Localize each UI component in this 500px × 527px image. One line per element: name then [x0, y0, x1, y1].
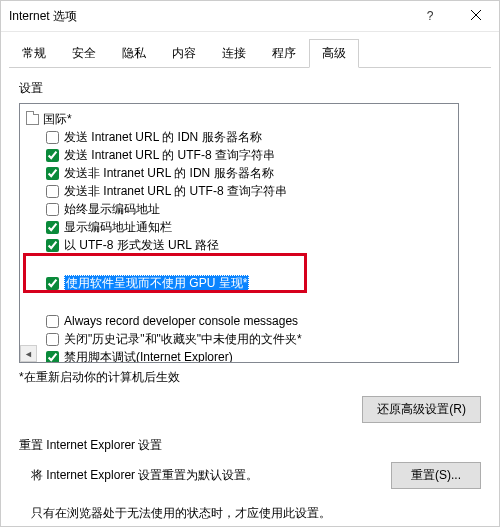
content-area: 设置 国际* 发送 Intranet URL 的 IDN 服务器名称 发送 In…: [1, 68, 499, 527]
option-utf8-intranet[interactable]: 发送 Intranet URL 的 UTF-8 查询字符串: [44, 146, 456, 164]
checkbox[interactable]: [46, 185, 59, 198]
window-title: Internet 选项: [9, 8, 407, 25]
checkbox[interactable]: [46, 315, 59, 328]
tab-programs[interactable]: 程序: [259, 39, 309, 68]
option-encoded-bar[interactable]: 显示编码地址通知栏: [44, 218, 456, 236]
scroll-left-button[interactable]: ◄: [20, 345, 37, 362]
tab-advanced[interactable]: 高级: [309, 39, 359, 68]
reset-desc: 将 Internet Explorer 设置重置为默认设置。: [19, 467, 381, 484]
option-label: 禁用脚本调试(Internet Explorer): [64, 349, 233, 364]
option-label: 以 UTF-8 形式发送 URL 路径: [64, 237, 219, 254]
tab-connections[interactable]: 连接: [209, 39, 259, 68]
option-label: 使用软件呈现而不使用 GPU 呈现*: [64, 275, 249, 292]
option-label: 显示编码地址通知栏: [64, 219, 172, 236]
help-button[interactable]: ?: [407, 1, 453, 31]
option-idn-noni[interactable]: 发送非 Intranet URL 的 IDN 服务器名称: [44, 164, 456, 182]
reset-warning: 只有在浏览器处于无法使用的状态时，才应使用此设置。: [19, 505, 481, 522]
folder-icon: [26, 114, 39, 125]
option-always-encoded[interactable]: 始终显示编码地址: [44, 200, 456, 218]
dialog-window: Internet 选项 ? 常规 安全 隐私 内容 连接 程序 高级 设置 国际…: [0, 0, 500, 527]
settings-tree[interactable]: 国际* 发送 Intranet URL 的 IDN 服务器名称 发送 Intra…: [19, 103, 459, 363]
close-button[interactable]: [453, 1, 499, 31]
option-disable-script-debug[interactable]: 禁用脚本调试(Internet Explorer): [44, 348, 456, 363]
restart-note: *在重新启动你的计算机后生效: [19, 369, 481, 386]
option-idn-intranet[interactable]: 发送 Intranet URL 的 IDN 服务器名称: [44, 128, 456, 146]
close-icon: [471, 9, 481, 23]
option-close-unused-folders[interactable]: 关闭"历史记录"和"收藏夹"中未使用的文件夹*: [44, 330, 456, 348]
checkbox[interactable]: [46, 333, 59, 346]
restore-defaults-button[interactable]: 还原高级设置(R): [362, 396, 481, 423]
mask: [24, 254, 324, 272]
reset-section: 重置 Internet Explorer 设置 将 Internet Explo…: [19, 437, 481, 522]
checkbox[interactable]: [46, 351, 59, 364]
tab-strip: 常规 安全 隐私 内容 连接 程序 高级: [9, 38, 491, 68]
option-label: 始终显示编码地址: [64, 201, 160, 218]
tab-privacy[interactable]: 隐私: [109, 39, 159, 68]
checkbox[interactable]: [46, 277, 59, 290]
group-international: 国际* 发送 Intranet URL 的 IDN 服务器名称 发送 Intra…: [26, 110, 456, 254]
checkbox[interactable]: [46, 167, 59, 180]
option-label: Always record developer console messages: [64, 314, 298, 328]
option-console-msgs[interactable]: Always record developer console messages: [44, 312, 456, 330]
tab-security[interactable]: 安全: [59, 39, 109, 68]
tab-content[interactable]: 内容: [159, 39, 209, 68]
titlebar: Internet 选项 ?: [1, 1, 499, 32]
tab-general[interactable]: 常规: [9, 39, 59, 68]
option-label: 发送 Intranet URL 的 IDN 服务器名称: [64, 129, 262, 146]
checkbox[interactable]: [46, 239, 59, 252]
reset-heading: 重置 Internet Explorer 设置: [19, 437, 481, 454]
checkbox[interactable]: [46, 203, 59, 216]
group-label: 国际*: [43, 111, 72, 128]
checkbox[interactable]: [46, 221, 59, 234]
option-label: 关闭"历史记录"和"收藏夹"中未使用的文件夹*: [64, 331, 302, 348]
option-label: 发送非 Intranet URL 的 UTF-8 查询字符串: [64, 183, 287, 200]
option-utf8-path[interactable]: 以 UTF-8 形式发送 URL 路径: [44, 236, 456, 254]
option-label: 发送 Intranet URL 的 UTF-8 查询字符串: [64, 147, 275, 164]
help-icon: ?: [427, 9, 434, 23]
reset-button[interactable]: 重置(S)...: [391, 462, 481, 489]
settings-label: 设置: [19, 80, 481, 97]
mask: [24, 290, 324, 308]
option-utf8-noni[interactable]: 发送非 Intranet URL 的 UTF-8 查询字符串: [44, 182, 456, 200]
option-label: 发送非 Intranet URL 的 IDN 服务器名称: [64, 165, 274, 182]
